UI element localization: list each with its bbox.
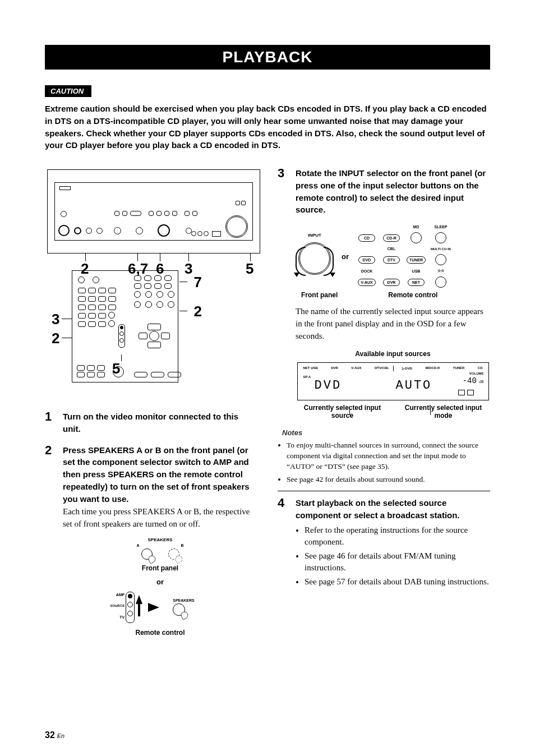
step-2-plain: Each time you press SPEAKERS A or B, the… [63, 506, 257, 531]
divider [278, 491, 490, 491]
notes-heading: Notes [282, 428, 490, 437]
remote-callout-7: 7 [194, 274, 202, 291]
remote-callout-2l: 2 [52, 330, 59, 347]
remote-callout-3: 3 [52, 311, 59, 328]
step-4-bold: Start playback on the selected source co… [296, 497, 490, 522]
step-3-figure: INPUT or MDSLEEP [296, 225, 490, 288]
available-sources-heading: Available input sources [296, 350, 490, 358]
remote-callout-5: 5 [112, 360, 120, 377]
step-1-text: Turn on the video monitor connected to t… [63, 411, 257, 435]
page-number: 32 En [45, 730, 64, 740]
remote-callout-2r: 2 [194, 303, 202, 320]
cap-input-source: Currently selected input source [303, 404, 382, 420]
step-2-num: 2 [45, 444, 54, 637]
front-panel-diagram [47, 169, 260, 253]
step-4-num: 4 [278, 497, 287, 592]
remote-diagram [72, 270, 178, 382]
notes-list: To enjoy multi-channel sources in surrou… [278, 440, 490, 485]
step-2-bold: Press SPEAKERS A or B on the front panel… [63, 444, 257, 505]
step-4-bullets: Refer to the operating instructions for … [296, 524, 490, 588]
step-3-bold: Rotate the INPUT selector on the front p… [296, 167, 490, 216]
step-3-num: 3 [278, 167, 287, 420]
cap-input-mode: Currently selected input mode [404, 404, 483, 420]
step-3-plain: The name of the currently selected input… [296, 306, 490, 342]
page-title: PLAYBACK [45, 45, 490, 70]
display-panel: NET USB DVR V-AUX DTV/CBL ▷DVD MD/CD-R T… [297, 362, 489, 400]
step-2-figure: SPEAKERS AB [63, 537, 257, 637]
caution-label: CAUTION [45, 85, 91, 97]
caution-text: Extreme caution should be exercised when… [45, 103, 490, 151]
step-1-num: 1 [45, 411, 54, 435]
